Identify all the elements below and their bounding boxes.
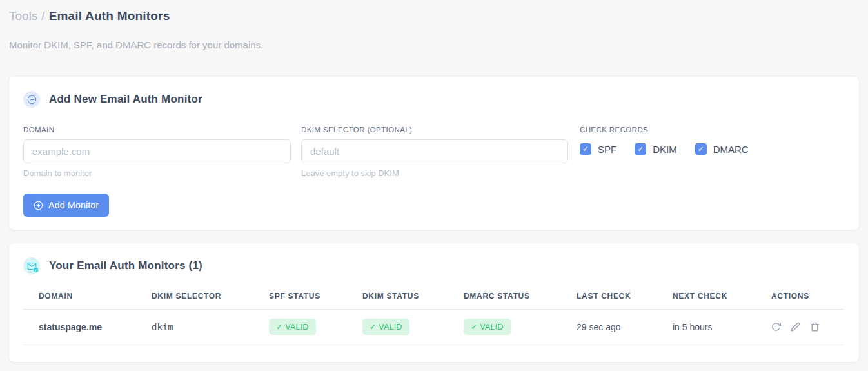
email-check-icon: ✓ — [23, 257, 40, 274]
monitor-last-check: 29 sec ago — [561, 310, 657, 345]
checkbox-dmarc-label: DMARC — [713, 144, 749, 155]
add-monitor-card-header: Add New Email Auth Monitor — [23, 91, 845, 108]
breadcrumb-separator: / — [41, 9, 44, 23]
checkbox-dkim[interactable]: ✓ DKIM — [635, 143, 677, 155]
breadcrumb: Tools/Email Auth Monitors — [9, 8, 859, 25]
add-monitor-button[interactable]: Add Monitor — [23, 194, 109, 217]
checkbox-checked-icon: ✓ — [635, 143, 646, 155]
monitor-domain: statuspage.me — [23, 310, 136, 345]
add-monitor-card: Add New Email Auth Monitor DOMAIN Domain… — [9, 77, 859, 230]
delete-icon[interactable] — [810, 322, 820, 332]
monitors-list-card-header: ✓ Your Email Auth Monitors (1) — [23, 257, 845, 274]
spf-status-badge: ✓ VALID — [269, 319, 316, 335]
plus-circle-icon — [34, 201, 43, 210]
add-monitor-button-label: Add Monitor — [48, 200, 99, 210]
edit-icon[interactable] — [791, 322, 800, 332]
column-header-last-check: LAST CHECK — [561, 285, 657, 310]
table-header-row: DOMAIN DKIM SELECTOR SPF STATUS DKIM STA… — [23, 285, 845, 310]
plus-circle-icon — [23, 91, 40, 108]
domain-field-label: DOMAIN — [23, 126, 291, 134]
column-header-dkim-status: DKIM STATUS — [347, 285, 448, 310]
page-title: Email Auth Monitors — [49, 9, 170, 23]
table-row: statuspage.me dkim ✓ VALID ✓ VALID ✓ VAL… — [23, 310, 845, 345]
monitors-list-card: ✓ Your Email Auth Monitors (1) DOMAIN DK… — [9, 243, 859, 362]
monitors-list-card-title: Your Email Auth Monitors (1) — [49, 259, 202, 272]
refresh-icon[interactable] — [771, 322, 781, 332]
monitor-next-check: in 5 hours — [657, 310, 756, 345]
add-monitor-card-title: Add New Email Auth Monitor — [49, 93, 202, 106]
dkim-selector-input[interactable] — [301, 139, 568, 163]
column-header-next-check: NEXT CHECK — [657, 285, 756, 310]
domain-field-hint: Domain to monitor — [23, 168, 291, 178]
dkim-selector-field-group: DKIM SELECTOR (OPTIONAL) Leave empty to … — [301, 126, 568, 217]
breadcrumb-tools-link[interactable]: Tools — [9, 9, 37, 23]
domain-input[interactable] — [23, 139, 291, 163]
checkbox-spf-label: SPF — [598, 144, 616, 155]
checkbox-checked-icon: ✓ — [695, 143, 707, 155]
monitor-dkim-selector: dkim — [136, 310, 253, 345]
domain-field-group: DOMAIN Domain to monitor Add Monitor — [23, 126, 291, 217]
dkim-selector-field-label: DKIM SELECTOR (OPTIONAL) — [301, 126, 568, 134]
email-auth-monitors-page: Tools/Email Auth Monitors Monitor DKIM, … — [0, 0, 868, 362]
check-records-options: ✓ SPF ✓ DKIM ✓ DMARC — [580, 143, 749, 155]
check-badge-icon: ✓ — [33, 267, 39, 273]
column-header-spf-status: SPF STATUS — [253, 285, 347, 310]
check-records-label: CHECK RECORDS — [580, 126, 749, 134]
column-header-actions: ACTIONS — [756, 285, 845, 310]
page-subtitle: Monitor DKIM, SPF, and DMARC records for… — [9, 39, 859, 50]
checkbox-dkim-label: DKIM — [653, 144, 677, 155]
column-header-dmarc-status: DMARC STATUS — [448, 285, 561, 310]
checkbox-spf[interactable]: ✓ SPF — [580, 143, 616, 155]
add-monitor-form: DOMAIN Domain to monitor Add Monitor DK — [23, 126, 845, 217]
monitors-table: DOMAIN DKIM SELECTOR SPF STATUS DKIM STA… — [23, 285, 845, 345]
column-header-domain: DOMAIN — [23, 285, 136, 310]
dmarc-status-badge: ✓ VALID — [464, 319, 511, 335]
dkim-status-badge: ✓ VALID — [362, 319, 409, 335]
row-actions — [771, 322, 845, 332]
checkbox-checked-icon: ✓ — [580, 143, 591, 155]
column-header-dkim-selector: DKIM SELECTOR — [136, 285, 253, 310]
dkim-selector-field-hint: Leave empty to skip DKIM — [301, 168, 568, 178]
checkbox-dmarc[interactable]: ✓ DMARC — [695, 143, 749, 155]
check-records-group: CHECK RECORDS ✓ SPF ✓ DKIM ✓ DMARC — [580, 126, 749, 217]
